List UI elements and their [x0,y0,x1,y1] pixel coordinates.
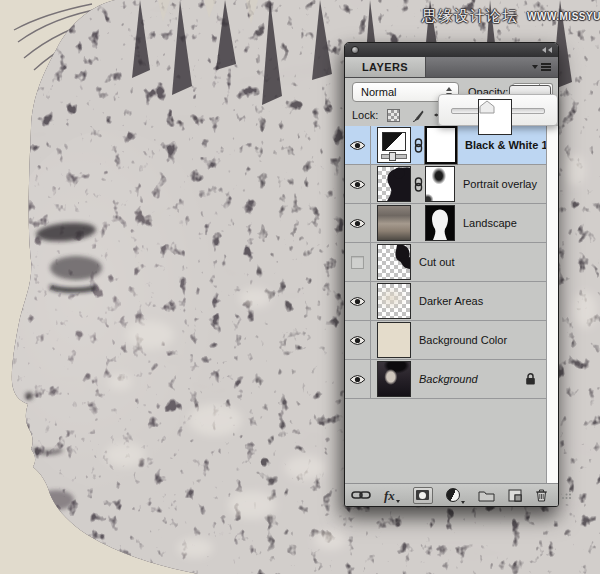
lock-label: Lock: [352,109,378,121]
scrollbar[interactable] [546,126,558,483]
layer-thumbnail[interactable] [377,166,411,202]
layer-name[interactable]: Landscape [463,217,517,229]
panel-toolbar: fx [345,483,558,506]
layer-row[interactable]: Background [345,360,546,399]
layers-panel: LAYERS Normal Opacity: 30% Lock: [344,42,559,507]
layer-name[interactable]: Portrait overlay [463,178,537,190]
panel-close-button[interactable] [351,46,359,54]
layer-locked-icon [525,372,536,386]
panel-menu-icon[interactable] [532,57,551,77]
layer-name[interactable]: Background [419,373,478,385]
panel-tabbar: LAYERS [345,57,558,78]
tab-layers[interactable]: LAYERS [345,57,426,77]
layer-thumbnail[interactable] [377,205,411,241]
layer-thumbnail[interactable] [377,244,411,280]
visibility-eye-icon[interactable] [345,204,371,242]
tab-layers-label: LAYERS [362,61,408,73]
lock-transparency-icon[interactable] [386,108,400,122]
visibility-eye-icon[interactable] [345,321,371,359]
watermark-site-url: WWW.MISSYUAN.COM [527,11,600,22]
visibility-eye-icon[interactable] [345,165,371,203]
layer-mask-thumbnail[interactable] [425,126,457,164]
visibility-eye-icon[interactable] [345,126,371,164]
layer-thumbnail[interactable] [377,127,411,163]
opacity-slider-popup [438,94,558,126]
panel-resize-grip[interactable] [561,486,572,504]
layer-name[interactable]: Darker Areas [419,295,483,307]
panel-titlebar[interactable] [345,43,558,57]
visibility-eye-icon[interactable] [345,282,371,320]
layer-row[interactable]: Background Color [345,321,546,360]
new-layer-icon[interactable] [508,489,522,502]
new-adjustment-layer-icon[interactable] [446,488,465,502]
layer-mask-thumbnail[interactable] [425,205,455,241]
layer-style-icon[interactable]: fx [384,490,400,501]
layer-thumbnail[interactable] [377,322,411,358]
layer-name[interactable]: Background Color [419,334,507,346]
layer-row[interactable]: Darker Areas [345,282,546,321]
add-layer-mask-icon[interactable] [413,487,433,504]
visibility-eye-icon[interactable] [345,360,371,398]
layer-thumbnail[interactable] [377,283,411,319]
visibility-empty-well[interactable] [345,243,371,281]
layer-row[interactable]: Cut out [345,243,546,282]
collapse-panel-icon[interactable] [542,47,552,53]
opacity-slider-thumb[interactable] [478,99,512,135]
link-mask-icon[interactable] [411,177,425,192]
layer-mask-thumbnail[interactable] [425,166,455,202]
new-group-icon[interactable] [478,489,495,502]
layer-thumbnail[interactable] [377,361,411,397]
layer-row[interactable]: Black & White 1 [345,126,546,165]
layer-row[interactable]: Portrait overlay [345,165,546,204]
lock-pixels-icon[interactable] [410,108,424,122]
watermark-site-name: 思缘设计论坛 [422,7,518,26]
layer-row[interactable]: Landscape [345,204,546,243]
layer-name[interactable]: Cut out [419,256,454,268]
link-mask-icon[interactable] [411,138,425,153]
link-layers-icon[interactable] [351,490,371,500]
blend-mode-value: Normal [361,86,396,98]
delete-layer-icon[interactable] [535,488,548,502]
layer-list: Black & White 1Portrait overlayLandscape… [345,126,558,483]
layer-name[interactable]: Black & White 1 [465,139,548,151]
watermark: 思缘设计论坛 WWW.MISSYUAN.COM [422,7,600,26]
